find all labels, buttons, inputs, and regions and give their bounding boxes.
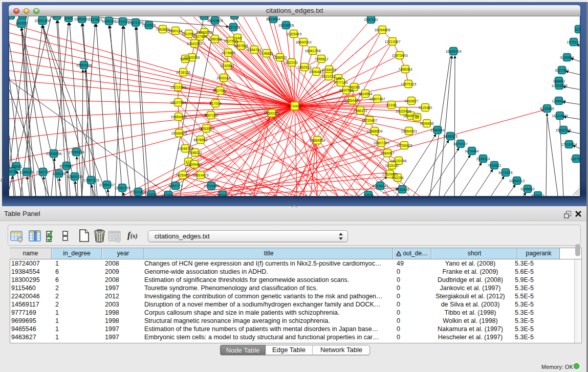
svg-text:160942: 160942 [216,193,228,196]
svg-text:16961758: 16961758 [304,49,320,53]
svg-text:16210643: 16210643 [552,114,568,118]
svg-text:6466160: 6466160 [102,19,116,23]
svg-text:188379: 188379 [51,16,62,18]
svg-text:7663822: 7663822 [156,28,169,31]
svg-text:15692971: 15692971 [555,128,571,132]
svg-text:153933: 153933 [553,79,564,83]
svg-text:19166825: 19166825 [171,132,187,135]
svg-text:16914479: 16914479 [192,173,208,177]
svg-text:2718126: 2718126 [176,71,190,74]
svg-text:1244415: 1244415 [552,99,565,103]
svg-text:9245652: 9245652 [520,187,534,191]
svg-text:9777169: 9777169 [334,81,347,84]
svg-text:8215955: 8215955 [540,107,554,111]
svg-text:8267150: 8267150 [204,114,217,117]
svg-text:12213369: 12213369 [170,85,186,89]
svg-text:6497568: 6497568 [339,89,353,92]
svg-text:7485063: 7485063 [398,68,412,71]
svg-text:12093873: 12093873 [551,84,567,87]
svg-text:10025458: 10025458 [395,110,411,113]
svg-text:165061: 165061 [10,165,22,168]
svg-text:1498222: 1498222 [188,151,202,155]
svg-text:8813: 8813 [230,16,238,17]
svg-text:16154808: 16154808 [374,28,390,32]
svg-text:18807249: 18807249 [373,141,389,145]
svg-text:18640910: 18640910 [295,40,311,44]
svg-text:12975115: 12975115 [401,82,417,86]
svg-text:92450: 92450 [146,193,157,196]
svg-text:20206556: 20206556 [46,152,61,156]
svg-text:98961: 98961 [180,57,190,61]
svg-text:1733426: 1733426 [395,188,409,191]
svg-text:16120746: 16120746 [390,159,406,163]
svg-text:23226058: 23226058 [196,31,212,34]
svg-text:8471676: 8471676 [498,171,512,174]
svg-text:2942737: 2942737 [36,170,50,174]
svg-text:2935114: 2935114 [476,157,490,161]
svg-text:64: 64 [415,116,419,119]
svg-text:13524851: 13524851 [382,172,398,176]
svg-text:20953346: 20953346 [76,63,92,67]
svg-text:9327500: 9327500 [193,35,207,38]
svg-text:7515526: 7515526 [142,24,156,27]
svg-text:8990443: 8990443 [309,70,323,74]
svg-text:9084067: 9084067 [380,151,394,155]
svg-text:9975887: 9975887 [59,164,73,168]
svg-text:6794028: 6794028 [322,68,336,72]
svg-text:1117: 1117 [575,28,580,31]
svg-text:1621072: 1621072 [321,75,335,78]
svg-text:10654112: 10654112 [509,179,525,183]
svg-text:17359924: 17359924 [68,150,84,154]
svg-text:1405: 1405 [9,16,15,17]
svg-text:9660124: 9660124 [168,29,182,33]
svg-text:17957225: 17957225 [83,179,99,182]
svg-text:116753: 116753 [571,157,580,161]
svg-text:12213967: 12213967 [384,40,400,43]
svg-text:9129966: 9129966 [560,56,574,59]
svg-text:9115460: 9115460 [419,106,432,110]
svg-text:8186328: 8186328 [208,37,222,41]
svg-text:1156819: 1156819 [20,170,34,174]
svg-text:1065: 1065 [64,16,73,20]
svg-text:16782759: 16782759 [114,186,130,190]
svg-text:10046736: 10046736 [177,147,193,150]
svg-text:10033809: 10033809 [207,19,223,23]
svg-text:18107554: 18107554 [170,101,186,104]
svg-text:1546: 1546 [233,36,242,40]
svg-text:62160: 62160 [386,103,397,107]
svg-text:2087682: 2087682 [364,18,378,21]
svg-text:7955812: 7955812 [314,57,328,61]
svg-text:6879197: 6879197 [453,142,467,146]
svg-text:945: 945 [335,77,341,80]
svg-text:1145194: 1145194 [52,172,66,176]
svg-text:8813054: 8813054 [266,17,280,21]
svg-text:19384554: 19384554 [309,139,325,142]
svg-text:2867608: 2867608 [234,44,248,48]
svg-text:7632621: 7632621 [487,164,501,167]
svg-text:19654925: 19654925 [170,115,186,119]
svg-text:39134: 39134 [9,170,17,173]
svg-text:1588520: 1588520 [273,56,287,59]
svg-text:1615192: 1615192 [385,164,399,167]
svg-text:8454749: 8454749 [247,48,261,52]
svg-text:10954: 10954 [363,193,374,196]
svg-text:28300285: 28300285 [264,112,279,115]
svg-text:10653267: 10653267 [74,17,90,21]
svg-text:2995: 2995 [18,16,27,18]
svg-text:9327505: 9327505 [224,39,237,43]
svg-text:10688609: 10688609 [366,129,382,133]
svg-text:9242845: 9242845 [220,64,234,68]
svg-text:18724007: 18724007 [287,104,302,108]
svg-text:8678552: 8678552 [193,138,207,142]
svg-text:1640954: 1640954 [430,128,444,132]
svg-text:12923465: 12923465 [130,190,146,194]
svg-text:1362615: 1362615 [297,65,311,69]
svg-text:92450 2: 92450 2 [531,194,544,196]
svg-text:19218506: 19218506 [278,24,294,27]
svg-text:16648784: 16648784 [445,50,461,53]
svg-text:19654923: 19654923 [401,129,417,133]
svg-text:10973493: 10973493 [391,54,407,57]
svg-text:20691406: 20691406 [34,19,50,23]
svg-text:20364436: 20364436 [344,99,360,102]
svg-text:14136141: 14136141 [372,184,388,188]
